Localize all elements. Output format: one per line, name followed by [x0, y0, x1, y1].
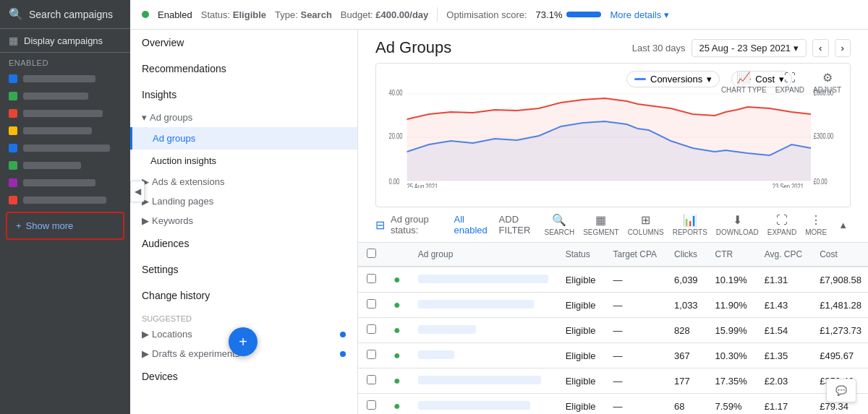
- chart-container: Conversions ▾ Cost ▾ 📈 CHART TYPE: [375, 63, 851, 207]
- segment-action-button[interactable]: ▦ SEGMENT: [583, 213, 618, 236]
- chart-expand-button[interactable]: ⛶ EXPAND: [775, 72, 804, 94]
- row-target-cpa-3: —: [605, 318, 665, 343]
- date-separator: -: [731, 43, 734, 53]
- conversions-legend-item[interactable]: Conversions ▾: [626, 71, 720, 87]
- row-status-dot-3: ●: [385, 318, 409, 343]
- row-status-5: Eligible: [557, 368, 605, 394]
- row-checkbox-4[interactable]: [358, 343, 385, 368]
- nav-ad-groups[interactable]: Ad groups: [130, 127, 357, 150]
- date-next-button[interactable]: ›: [835, 39, 851, 57]
- show-more-button[interactable]: + Show more: [6, 212, 124, 240]
- list-item[interactable]: [0, 191, 130, 209]
- avg-cpc-header[interactable]: Avg. CPC: [756, 243, 811, 267]
- chart-tools: 📈 CHART TYPE ⛶ EXPAND ⚙ ADJUST: [721, 71, 841, 94]
- nav-recommendations[interactable]: Recommendations: [130, 56, 357, 82]
- search-campaigns-header[interactable]: 🔍 Search campaigns: [0, 0, 130, 29]
- enabled-label: Enabled: [158, 9, 192, 20]
- collapse-table-button[interactable]: ▲: [835, 217, 851, 233]
- select-all-header[interactable]: [358, 243, 385, 267]
- row-cost-2[interactable]: £1,481.28: [811, 293, 868, 318]
- conversions-label: Conversions: [650, 74, 702, 85]
- date-prev-button[interactable]: ‹: [812, 39, 828, 57]
- target-cpa-header[interactable]: Target CPA: [605, 243, 665, 267]
- chart-adjust-button[interactable]: ⚙ ADJUST: [813, 71, 841, 94]
- search-action-button[interactable]: 🔍 SEARCH: [545, 213, 575, 236]
- row-target-cpa-5: —: [605, 368, 665, 394]
- fab-add-button[interactable]: +: [229, 327, 258, 356]
- columns-action-button[interactable]: ⊞ COLUMNS: [628, 213, 664, 236]
- row-ctr-1: 10.19%: [707, 267, 756, 293]
- expand-icon: ⛶: [784, 72, 796, 85]
- ctr-header[interactable]: CTR: [707, 243, 756, 267]
- date-chip[interactable]: 25 Aug - 23 Sep 2021 ▾: [692, 39, 807, 57]
- nav-devices[interactable]: Devices: [130, 363, 357, 389]
- expand-action-button[interactable]: ⛶ EXPAND: [767, 214, 796, 236]
- nav-change-history[interactable]: Change history: [130, 283, 357, 309]
- row-ad-group-name-6[interactable]: [409, 394, 557, 415]
- table-row: ● Eligible — 1,033 11.90% £1.43 £1,481.2…: [358, 293, 868, 318]
- feedback-button[interactable]: 💬: [826, 379, 856, 402]
- list-item[interactable]: [0, 122, 130, 139]
- date-end: 23 Sep 2021: [737, 43, 791, 53]
- list-item[interactable]: [0, 105, 130, 122]
- row-checkbox-6[interactable]: [358, 394, 385, 415]
- row-target-cpa-1: —: [605, 267, 665, 293]
- list-item[interactable]: [0, 157, 130, 174]
- chart-type-button[interactable]: 📈 CHART TYPE: [721, 71, 767, 94]
- display-campaigns-header[interactable]: ▦ Display campaigns: [0, 29, 130, 53]
- filter-section: ⊟ Ad group status: All enabled ADD FILTE…: [375, 214, 545, 236]
- row-checkbox-5[interactable]: [358, 368, 385, 394]
- list-item[interactable]: [0, 87, 130, 105]
- cost-header[interactable]: Cost: [811, 243, 868, 267]
- svg-text:23 Sep 2021: 23 Sep 2021: [773, 183, 804, 188]
- reports-action-button[interactable]: 📊 REPORTS: [673, 213, 707, 236]
- nav-ads-extensions-group[interactable]: ▶ Ads & extensions: [130, 172, 357, 191]
- row-ad-group-name-1[interactable]: [409, 267, 557, 293]
- nav-ad-groups-group[interactable]: ▾ Ad groups: [130, 108, 357, 127]
- list-item[interactable]: [0, 174, 130, 191]
- sidebar-collapse-button[interactable]: ◀: [130, 181, 145, 202]
- row-ctr-6: 7.59%: [707, 394, 756, 415]
- row-clicks-5: 177: [665, 368, 707, 394]
- row-ad-group-name-3[interactable]: [409, 318, 557, 343]
- row-clicks-4: 367: [665, 343, 707, 368]
- list-item[interactable]: [0, 70, 130, 87]
- row-ad-group-name-4[interactable]: [409, 343, 557, 368]
- ad-group-col-header[interactable]: Ad group: [409, 243, 557, 267]
- clicks-header[interactable]: Clicks: [665, 243, 707, 267]
- nav-overview[interactable]: Overview: [130, 30, 357, 56]
- row-checkbox-2[interactable]: [358, 293, 385, 318]
- row-checkbox-1[interactable]: [358, 267, 385, 293]
- row-cost-4[interactable]: £495.67: [811, 343, 868, 368]
- more-details-button[interactable]: More details ▾: [610, 9, 669, 20]
- filter-value[interactable]: All enabled: [454, 214, 493, 236]
- row-cost-1[interactable]: £7,908.58: [811, 267, 868, 293]
- row-cost-3[interactable]: £1,273.73: [811, 318, 868, 343]
- row-avg-cpc-6: £1.17: [756, 394, 811, 415]
- add-filter-button[interactable]: ADD FILTER: [499, 214, 545, 236]
- more-icon: ⋮: [810, 213, 822, 227]
- segment-icon: ▦: [595, 213, 606, 227]
- enabled-status-dot: [142, 11, 149, 18]
- content-area: Ad Groups Last 30 days 25 Aug - 23 Sep 2…: [358, 30, 868, 414]
- status-header[interactable]: Status: [557, 243, 605, 267]
- chevron-right-icon: ▶: [142, 348, 149, 359]
- nav-landing-pages-group[interactable]: ▶ Landing pages: [130, 191, 357, 211]
- nav-audiences[interactable]: Audiences: [130, 230, 357, 256]
- chevron-up-icon: ▲: [838, 220, 848, 230]
- row-checkbox-3[interactable]: [358, 318, 385, 343]
- row-ad-group-name-2[interactable]: [409, 293, 557, 318]
- nav-insights[interactable]: Insights: [130, 82, 357, 108]
- list-item[interactable]: [0, 139, 130, 157]
- svg-text:25 Aug 2021: 25 Aug 2021: [407, 183, 438, 188]
- download-action-button[interactable]: ⬇ DOWNLOAD: [716, 213, 759, 236]
- svg-text:£300.00: £300.00: [814, 132, 834, 140]
- row-ad-group-name-5[interactable]: [409, 368, 557, 394]
- select-all-checkbox[interactable]: [367, 249, 376, 258]
- more-action-button[interactable]: ⋮ MORE: [805, 213, 827, 236]
- suggested-label: Suggested: [130, 309, 357, 324]
- nav-settings[interactable]: Settings: [130, 256, 357, 283]
- nav-auction-insights[interactable]: Auction insights: [130, 150, 357, 172]
- svg-text:£0.00: £0.00: [814, 178, 827, 186]
- nav-keywords-group[interactable]: ▶ Keywords: [130, 211, 357, 230]
